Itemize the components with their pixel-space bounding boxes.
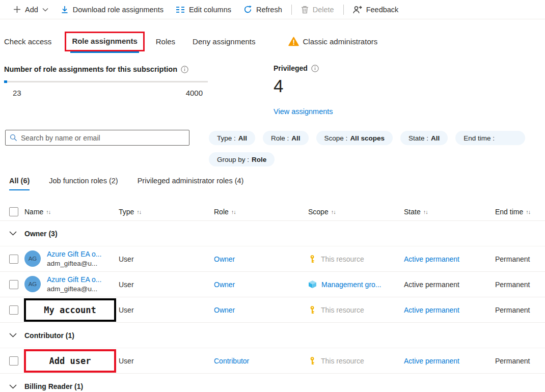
group-label: Contributor (1) (24, 331, 74, 340)
column-header-state[interactable]: State↑↓ (404, 208, 495, 216)
group-by-pill-row: Group by :Role (209, 152, 275, 166)
search-input[interactable] (21, 134, 185, 142)
chevron-down-icon (42, 8, 48, 12)
add-user-annotation[interactable]: Add user (24, 349, 116, 373)
sort-icon[interactable]: ↑↓ (423, 209, 428, 215)
principal-name-link[interactable]: Azure Gift EA o... (47, 249, 101, 259)
feedback-label: Feedback (366, 6, 399, 14)
row-checkbox[interactable] (9, 305, 18, 315)
filter-role[interactable]: Role :All (263, 131, 309, 145)
type-cell: User (119, 281, 214, 289)
type-cell: User (119, 306, 214, 314)
info-icon[interactable] (181, 66, 188, 73)
state-link[interactable]: Active permanent (404, 306, 495, 314)
sort-icon[interactable]: ↑↓ (526, 209, 530, 215)
key-icon (308, 305, 316, 314)
table-header-row: Name↑↓ Type↑↓ Role↑↓ Scope↑↓ State↑↓ End… (0, 203, 545, 221)
filter-pills: Type :All Role :All Scope :All scopes St… (209, 131, 525, 145)
delete-button[interactable]: Delete (295, 1, 340, 19)
assignments-progress-fill (4, 80, 7, 83)
toolbar-divider (291, 5, 292, 15)
tab-deny-assignments[interactable]: Deny assignments (193, 37, 255, 46)
scope-link[interactable]: Management gro... (321, 281, 382, 289)
column-header-type[interactable]: Type↑↓ (119, 208, 214, 216)
state-link[interactable]: Active permanent (404, 357, 495, 365)
chevron-down-icon (9, 333, 17, 338)
row-checkbox[interactable] (9, 255, 18, 264)
download-label: Download role assignments (73, 6, 164, 14)
refresh-label: Refresh (256, 6, 282, 14)
filter-end-time[interactable]: End time : (455, 131, 525, 145)
download-role-assignments-button[interactable]: Download role assignments (54, 1, 170, 19)
state-cell: Active permanent (404, 281, 495, 289)
role-link[interactable]: Owner (214, 306, 308, 314)
role-link[interactable]: Owner (214, 255, 308, 263)
sort-icon[interactable]: ↑↓ (331, 209, 336, 215)
role-assignments-page: Add Download role assignments Edit colum… (0, 0, 545, 392)
add-button[interactable]: Add (7, 1, 54, 19)
toolbar-divider (343, 5, 344, 15)
select-all-checkbox[interactable] (9, 207, 18, 216)
my-account-annotation[interactable]: My account (24, 298, 116, 322)
assignments-progress-bar (4, 81, 208, 82)
tab-roles[interactable]: Roles (156, 37, 175, 46)
management-group-icon (308, 280, 317, 289)
edit-columns-label: Edit columns (189, 6, 231, 14)
role-link[interactable]: Contributor (214, 357, 308, 365)
type-cell: User (119, 357, 214, 365)
role-link[interactable]: Owner (214, 281, 308, 289)
chevron-down-icon (9, 231, 17, 236)
delete-label: Delete (313, 6, 334, 14)
table-row[interactable]: AG Azure Gift EA o... adm_giftea@u... Us… (0, 246, 545, 272)
group-header-owner[interactable]: Owner (3) (0, 221, 545, 246)
filter-scope[interactable]: Scope :All scopes (316, 131, 393, 145)
info-icon[interactable] (311, 65, 319, 72)
view-tab-all[interactable]: All (6) (9, 177, 30, 190)
tab-check-access[interactable]: Check access (4, 37, 51, 46)
column-header-end-time[interactable]: End time↑↓ (495, 208, 545, 216)
role-assignments-annotation-box: Role assignments (65, 32, 144, 51)
state-link[interactable]: Active permanent (404, 255, 495, 263)
end-time-cell: Permanent (495, 357, 545, 365)
group-header-billing-reader[interactable]: Billing Reader (1) (0, 374, 545, 392)
feedback-icon (353, 6, 362, 14)
table-row[interactable]: AG Azure Gift EA o... adm_giftea@u... Us… (0, 272, 545, 297)
avatar: AG (24, 250, 41, 267)
filter-type[interactable]: Type :All (209, 131, 255, 145)
column-header-role[interactable]: Role↑↓ (214, 208, 308, 216)
group-label: Owner (3) (24, 230, 58, 238)
classic-administrators-label: Classic administrators (303, 37, 378, 46)
download-icon (61, 6, 69, 14)
sort-icon[interactable]: ↑↓ (137, 209, 141, 215)
tab-classic-administrators[interactable]: Classic administrators (288, 37, 378, 46)
table-row[interactable]: Add user User Contributor This resource … (0, 348, 545, 374)
row-checkbox[interactable] (9, 356, 18, 366)
view-tab-job-function-roles[interactable]: Job function roles (2) (49, 177, 118, 190)
end-time-cell: Permanent (495, 306, 545, 314)
scope-cell: This resource (321, 357, 364, 365)
search-icon (10, 134, 17, 142)
scope-cell: This resource (321, 306, 364, 314)
refresh-button[interactable]: Refresh (237, 1, 288, 19)
view-tab-privileged-admin-roles[interactable]: Privileged administrator roles (4) (138, 177, 244, 190)
principal-email: adm_giftea@u... (47, 285, 101, 294)
group-by-pill[interactable]: Group by :Role (209, 152, 275, 166)
command-bar: Add Download role assignments Edit colum… (0, 0, 545, 19)
column-header-scope[interactable]: Scope↑↓ (308, 208, 404, 216)
principal-email: adm_giftea@u... (47, 259, 101, 268)
edit-columns-button[interactable]: Edit columns (170, 1, 237, 19)
search-box (5, 130, 189, 146)
tab-role-assignments[interactable]: Role assignments (72, 37, 137, 45)
plus-icon (13, 6, 21, 13)
sort-icon[interactable]: ↑↓ (231, 209, 236, 215)
row-checkbox[interactable] (9, 280, 18, 289)
sort-icon[interactable]: ↑↓ (46, 209, 50, 215)
filter-state[interactable]: State :All (400, 131, 448, 145)
principal-name-link[interactable]: Azure Gift EA o... (47, 275, 101, 285)
key-icon (308, 255, 316, 263)
view-assignments-link[interactable]: View assignments (274, 107, 333, 116)
group-header-contributor[interactable]: Contributor (1) (0, 323, 545, 348)
feedback-button[interactable]: Feedback (347, 1, 405, 19)
table-row[interactable]: My account User Owner This resource Acti… (0, 297, 545, 323)
column-header-name[interactable]: Name↑↓ (24, 208, 119, 216)
